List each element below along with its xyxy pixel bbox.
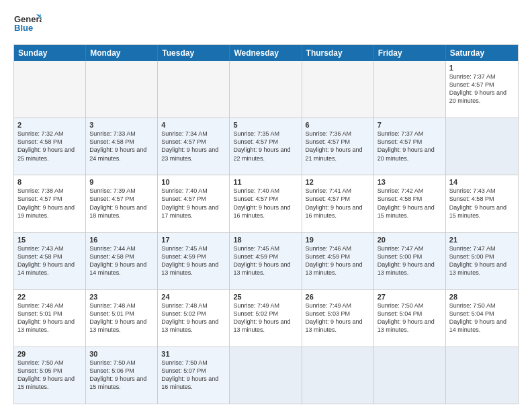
day-number: 14 [449, 178, 515, 186]
day-number: 18 [233, 236, 298, 244]
cell-text: Sunrise: 7:49 AMSunset: 5:03 PMDaylight:… [306, 302, 370, 334]
cell-text: Sunrise: 7:50 AMSunset: 5:05 PMDaylight:… [17, 359, 82, 392]
calendar-cell [86, 61, 158, 118]
day-number: 1 [449, 64, 515, 72]
calendar-cell: 4Sunrise: 7:34 AMSunset: 4:57 PMDaylight… [158, 118, 230, 175]
day-number: 10 [161, 178, 226, 186]
calendar-cell: 12Sunrise: 7:41 AMSunset: 4:57 PMDayligh… [302, 175, 374, 232]
logo-svg: General Blue [13, 11, 42, 39]
day-number: 30 [89, 350, 154, 358]
cell-text: Sunrise: 7:40 AMSunset: 4:57 PMDaylight:… [233, 187, 298, 220]
calendar-cell: 16Sunrise: 7:44 AMSunset: 4:58 PMDayligh… [86, 233, 158, 289]
day-number: 6 [306, 121, 370, 129]
cell-text: Sunrise: 7:50 AMSunset: 5:04 PMDaylight:… [378, 302, 442, 334]
cell-text: Sunrise: 7:47 AMSunset: 5:00 PMDaylight:… [449, 244, 515, 277]
calendar-header: SundayMondayTuesdayWednesdayThursdayFrid… [14, 45, 518, 61]
calendar-cell: 19Sunrise: 7:46 AMSunset: 4:59 PMDayligh… [302, 233, 374, 289]
cell-text: Sunrise: 7:48 AMSunset: 5:01 PMDaylight:… [89, 302, 154, 334]
day-number: 31 [161, 350, 226, 358]
day-number: 27 [378, 293, 442, 301]
calendar-row: 22Sunrise: 7:48 AMSunset: 5:01 PMDayligh… [14, 289, 518, 347]
calendar-cell: 15Sunrise: 7:43 AMSunset: 4:58 PMDayligh… [14, 233, 86, 289]
calendar-cell: 22Sunrise: 7:48 AMSunset: 5:01 PMDayligh… [14, 290, 86, 347]
cell-text: Sunrise: 7:46 AMSunset: 4:59 PMDaylight:… [306, 244, 370, 277]
header-day-thursday: Thursday [302, 45, 374, 61]
calendar-cell [374, 347, 446, 404]
day-number: 20 [378, 236, 442, 244]
logo: General Blue [13, 11, 42, 39]
cell-text: Sunrise: 7:37 AMSunset: 4:57 PMDaylight:… [449, 73, 515, 105]
calendar-cell: 3Sunrise: 7:33 AMSunset: 4:58 PMDaylight… [86, 118, 158, 175]
day-number: 4 [161, 121, 226, 129]
calendar-cell: 5Sunrise: 7:35 AMSunset: 4:57 PMDaylight… [230, 118, 302, 175]
day-number: 13 [378, 178, 442, 186]
day-number: 22 [17, 293, 82, 301]
cell-text: Sunrise: 7:47 AMSunset: 5:00 PMDaylight:… [378, 244, 442, 277]
header-day-monday: Monday [86, 45, 158, 61]
day-number: 2 [17, 121, 82, 129]
calendar-cell [302, 61, 374, 118]
calendar-cell [230, 347, 302, 404]
cell-text: Sunrise: 7:32 AMSunset: 4:58 PMDaylight:… [17, 130, 82, 163]
calendar-cell: 10Sunrise: 7:40 AMSunset: 4:57 PMDayligh… [158, 175, 230, 232]
cell-text: Sunrise: 7:35 AMSunset: 4:57 PMDaylight:… [233, 130, 298, 163]
calendar-cell [14, 61, 86, 118]
calendar-cell: 2Sunrise: 7:32 AMSunset: 4:58 PMDaylight… [14, 118, 86, 175]
cell-text: Sunrise: 7:43 AMSunset: 4:58 PMDaylight:… [17, 244, 82, 277]
calendar-row: 8Sunrise: 7:38 AMSunset: 4:57 PMDaylight… [14, 175, 518, 232]
calendar-cell [446, 118, 518, 175]
cell-text: Sunrise: 7:50 AMSunset: 5:07 PMDaylight:… [161, 359, 226, 392]
calendar-cell [158, 61, 230, 118]
calendar-cell: 7Sunrise: 7:37 AMSunset: 4:57 PMDaylight… [374, 118, 446, 175]
cell-text: Sunrise: 7:36 AMSunset: 4:57 PMDaylight:… [306, 130, 370, 163]
day-number: 3 [89, 121, 154, 129]
calendar-cell [302, 347, 374, 404]
calendar-cell: 13Sunrise: 7:42 AMSunset: 4:58 PMDayligh… [374, 175, 446, 232]
cell-text: Sunrise: 7:33 AMSunset: 4:58 PMDaylight:… [89, 130, 154, 163]
calendar-cell: 24Sunrise: 7:48 AMSunset: 5:02 PMDayligh… [158, 290, 230, 347]
calendar-row: 2Sunrise: 7:32 AMSunset: 4:58 PMDaylight… [14, 118, 518, 175]
calendar-cell: 9Sunrise: 7:39 AMSunset: 4:57 PMDaylight… [86, 175, 158, 232]
svg-text:Blue: Blue [14, 23, 33, 33]
calendar-cell: 21Sunrise: 7:47 AMSunset: 5:00 PMDayligh… [446, 233, 518, 289]
day-number: 16 [89, 236, 154, 244]
day-number: 8 [17, 178, 82, 186]
header: General Blue [13, 11, 519, 39]
day-number: 24 [161, 293, 226, 301]
cell-text: Sunrise: 7:50 AMSunset: 5:04 PMDaylight:… [449, 302, 515, 334]
header-day-wednesday: Wednesday [230, 45, 302, 61]
calendar-cell: 30Sunrise: 7:50 AMSunset: 5:06 PMDayligh… [86, 347, 158, 404]
header-day-tuesday: Tuesday [158, 45, 230, 61]
cell-text: Sunrise: 7:44 AMSunset: 4:58 PMDaylight:… [89, 244, 154, 277]
cell-text: Sunrise: 7:45 AMSunset: 4:59 PMDaylight:… [161, 244, 226, 277]
calendar-cell: 14Sunrise: 7:43 AMSunset: 4:58 PMDayligh… [446, 175, 518, 232]
calendar-cell: 8Sunrise: 7:38 AMSunset: 4:57 PMDaylight… [14, 175, 86, 232]
calendar-row: 15Sunrise: 7:43 AMSunset: 4:58 PMDayligh… [14, 232, 518, 289]
cell-text: Sunrise: 7:34 AMSunset: 4:57 PMDaylight:… [161, 130, 226, 163]
cell-text: Sunrise: 7:42 AMSunset: 4:58 PMDaylight:… [378, 187, 442, 220]
calendar-row: 29Sunrise: 7:50 AMSunset: 5:05 PMDayligh… [14, 347, 518, 404]
calendar-body: 1Sunrise: 7:37 AMSunset: 4:57 PMDaylight… [14, 61, 518, 404]
day-number: 11 [233, 178, 298, 186]
calendar-row: 1Sunrise: 7:37 AMSunset: 4:57 PMDaylight… [14, 61, 518, 118]
calendar-cell [230, 61, 302, 118]
cell-text: Sunrise: 7:37 AMSunset: 4:57 PMDaylight:… [378, 130, 442, 163]
calendar: SundayMondayTuesdayWednesdayThursdayFrid… [13, 44, 519, 404]
day-number: 19 [306, 236, 370, 244]
day-number: 15 [17, 236, 82, 244]
cell-text: Sunrise: 7:38 AMSunset: 4:57 PMDaylight:… [17, 187, 82, 220]
calendar-cell: 20Sunrise: 7:47 AMSunset: 5:00 PMDayligh… [374, 233, 446, 289]
calendar-cell: 6Sunrise: 7:36 AMSunset: 4:57 PMDaylight… [302, 118, 374, 175]
cell-text: Sunrise: 7:48 AMSunset: 5:01 PMDaylight:… [17, 302, 82, 334]
cell-text: Sunrise: 7:41 AMSunset: 4:57 PMDaylight:… [306, 187, 370, 220]
day-number: 29 [17, 350, 82, 358]
calendar-cell: 29Sunrise: 7:50 AMSunset: 5:05 PMDayligh… [14, 347, 86, 404]
day-number: 23 [89, 293, 154, 301]
calendar-cell: 17Sunrise: 7:45 AMSunset: 4:59 PMDayligh… [158, 233, 230, 289]
cell-text: Sunrise: 7:39 AMSunset: 4:57 PMDaylight:… [89, 187, 154, 220]
cell-text: Sunrise: 7:50 AMSunset: 5:06 PMDaylight:… [89, 359, 154, 392]
calendar-cell: 1Sunrise: 7:37 AMSunset: 4:57 PMDaylight… [446, 61, 518, 118]
day-number: 21 [449, 236, 515, 244]
cell-text: Sunrise: 7:43 AMSunset: 4:58 PMDaylight:… [449, 187, 515, 220]
calendar-cell [446, 347, 518, 404]
